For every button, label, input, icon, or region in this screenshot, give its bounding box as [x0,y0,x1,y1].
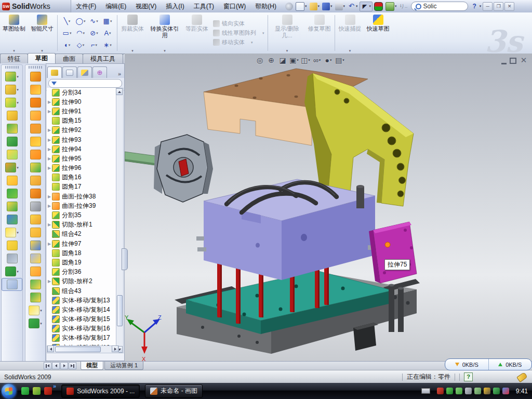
tcol2-tool-1[interactable] [25,83,45,96]
tcol1-tool-16[interactable] [2,278,22,291]
sync-icon[interactable] [474,388,481,394]
dropdown-caret[interactable]: ▾ [395,4,397,8]
pattern-tool-1[interactable]: 线性草图阵列▾ [213,29,264,37]
expand-arrow[interactable]: ▶ [47,109,52,114]
tcol2-tool-3[interactable] [25,109,45,122]
tcol1-tool-3[interactable] [2,109,22,122]
volume-icon[interactable] [465,388,472,394]
tree-item-2[interactable]: ▶拉伸91 [47,107,118,116]
solidworks-icon[interactable] [44,387,52,395]
sketch-entity-2-1[interactable]: ◇▾ [74,39,87,51]
next-tab-button[interactable] [60,362,68,369]
sketch-entity-0-3[interactable]: ▦▾ [101,15,114,27]
minimize-button[interactable]: ─ [483,2,493,11]
tab-运动算例 1[interactable]: 运动算例 1 [104,362,143,370]
configuration-manager-tab[interactable] [77,66,92,78]
tcol2-tool-19[interactable]: ▾ [25,317,45,330]
quick-tips-button[interactable]: ? [464,373,473,381]
tree-item-7[interactable]: ▶拉伸95 [47,154,118,163]
tree-item-16[interactable]: ▶拉伸97 [47,239,118,248]
print-button[interactable]: ▾ [334,2,347,11]
sketch-button[interactable]: 草图绘制▾ [0,12,28,54]
scene-icon[interactable]: ▤▾ [335,55,345,65]
dropdown-caret[interactable]: ▾ [330,58,332,62]
start-button[interactable] [2,384,16,398]
offset-entities-button[interactable]: 等距实体 [183,12,211,54]
expand-arrow[interactable]: ▶ [47,279,52,284]
expand-arrow[interactable]: ▶ [47,222,52,227]
tree-item-9[interactable]: 圆角16 [47,173,118,182]
game-icon[interactable] [33,387,41,395]
tree-item-14[interactable]: ▶切除-放样1 [47,220,118,230]
pattern-tool-0[interactable]: 镜向实体 [213,20,264,28]
pin-button[interactable] [284,2,294,11]
sketch-entity-1-3[interactable]: A▾ [101,27,114,39]
search-input[interactable]: Solic [423,3,436,10]
dropdown-caret[interactable]: ▾ [330,4,332,8]
tree-item-19[interactable]: 分割36 [47,268,118,277]
hide-show-icon[interactable]: ∞▾ [312,55,322,65]
help-dropdown[interactable]: ▾ [478,4,483,9]
expand-arrow[interactable]: ▶ [47,156,52,161]
features-tree-tab[interactable] [47,66,62,78]
trim-entities-button[interactable]: 剪裁实体▾ [118,12,147,54]
tree-horizontal-scrollbar[interactable] [47,345,119,353]
tcol2-tool-4[interactable] [25,122,45,135]
rapid-sketch-button[interactable]: 快速草图 [364,12,392,54]
antivirus-shield-icon[interactable] [437,388,444,394]
tcol1-tool-12[interactable]: ▾ [2,226,22,239]
dropdown-caret[interactable]: ▾ [297,58,299,62]
dropdown-caret[interactable]: ▾ [305,4,307,8]
tcol1-tool-9[interactable] [2,187,22,200]
dropdown-caret[interactable]: ▾ [318,4,320,8]
zoom-area-icon[interactable]: ⊕ [266,55,276,65]
sketch-entity-1-1[interactable]: ◠▾ [74,27,87,39]
pattern-tool-2[interactable]: 移动实体▾ [213,38,264,46]
scroll-right-button[interactable] [112,345,118,352]
tree-vertical-scrollbar[interactable] [116,88,124,353]
tree-item-23[interactable]: 实体-移动/复制14 [47,305,118,314]
sketch-entity-2-2[interactable]: ⌐▾ [87,39,101,51]
tcol2-tool-7[interactable] [25,161,45,174]
scroll-up-button[interactable] [116,88,123,95]
tab-特征[interactable]: 特征 [0,54,28,63]
tcol1-tool-13[interactable] [2,239,22,252]
tree-item-20[interactable]: ▶切除-放样2 [47,277,118,286]
tcol1-tool-4[interactable] [2,122,22,135]
view-orientation-icon[interactable]: ◫▾ [300,55,311,65]
tree-item-26[interactable]: 实体-移动/复制17 [47,334,118,343]
restore-button[interactable]: ❐ [494,2,503,11]
tcol2-tool-10[interactable] [25,200,45,213]
section-view-icon[interactable]: ◪ [277,55,288,65]
tcol1-tool-0[interactable]: ▾ [2,70,22,83]
menu-item-2[interactable]: 视图(V) [131,1,161,12]
dropdown-caret[interactable]: ▾ [356,4,358,8]
tcol2-tool-6[interactable] [25,148,45,161]
select-arrow-button[interactable]: ◤▾ [360,2,373,11]
tree-item-24[interactable]: 实体-移动/复制15 [47,315,118,324]
h-scroll-thumb[interactable] [55,347,101,352]
open-button[interactable]: ▾ [309,2,321,11]
tree-item-15[interactable]: 组合42 [47,230,118,239]
tcol2-tool-2[interactable] [25,96,45,109]
tcol2-tool-9[interactable] [25,187,45,200]
quick-snap-button[interactable]: 快速捕捉▾ [336,12,364,54]
speed-shield-icon[interactable] [446,388,453,394]
tcol2-tool-5[interactable] [25,135,45,148]
options-list-button[interactable]: ▾ [384,2,398,11]
repair-sketch-button[interactable]: 修复草图 [305,12,334,54]
scroll-left-button[interactable] [47,345,54,352]
dropdown-caret[interactable]: ▾ [342,58,344,62]
doc-minimize-button[interactable] [501,58,507,64]
sketch-entity-1-0[interactable]: ▭▾ [60,27,74,39]
tcol2-tool-16[interactable] [25,278,45,291]
expand-arrow[interactable]: ▶ [47,166,52,170]
zoom-fit-icon[interactable]: ◎ [255,55,265,65]
last-tab-button[interactable] [69,362,76,369]
tree-item-8[interactable]: ▶拉伸96 [47,164,118,173]
doc-close-button[interactable]: ✕ [520,57,528,64]
help-button[interactable]: ? [470,3,478,10]
blocked-icon[interactable] [502,388,509,394]
tab-模型[interactable]: 模型 [81,362,103,370]
property-manager-tab[interactable] [62,66,77,78]
